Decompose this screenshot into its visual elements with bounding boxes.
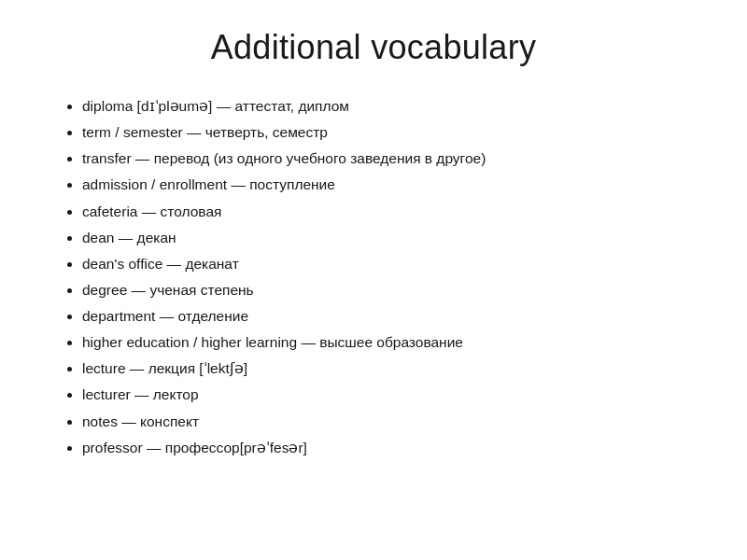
vocab-separator: — [143,440,165,455]
vocab-translation: ученая степень [149,282,253,298]
list-item: transfer — перевод (из одного учебного з… [82,146,691,171]
vocab-translation: аттестат, диплом [235,98,349,114]
vocab-separator: — [127,282,149,298]
vocab-separator: — [131,386,153,402]
vocab-translation: профессор[prəˈfesər] [165,440,307,455]
vocab-translation: высшее образование [319,334,463,350]
vocab-translation: отделение [178,308,249,324]
vocab-separator: — [126,360,148,376]
list-item: admission / enrollment — поступление [82,172,691,197]
vocab-translation: конспект [140,413,199,429]
vocab-term: lecture [82,360,126,376]
vocab-term: lecturer [82,386,131,402]
vocab-term: diploma [dɪˈpləumə] [82,98,212,114]
vocab-term: notes [82,413,118,429]
page-title: Additional vocabulary [211,28,537,67]
vocab-translation: декан [137,230,176,245]
vocab-translation: столовая [161,203,222,219]
vocab-separator: — [162,256,185,272]
list-item: department — отделение [82,303,691,329]
vocab-translation: лектор [153,386,199,402]
vocab-translation: поступление [249,176,335,192]
vocab-term: transfer [82,150,132,166]
vocab-separator: — [155,308,177,324]
list-item: cafeteria — столовая [82,199,691,224]
vocab-term: cafeteria [82,203,137,219]
vocab-term: degree [82,282,127,298]
vocab-translation: лекция [ˈlektʃə] [148,360,247,376]
vocab-separator: — [183,124,205,140]
vocab-translation: четверть, семестр [205,124,328,140]
vocab-separator: — [212,98,234,114]
vocab-separator: — [227,176,249,192]
list-item: degree — ученая степень [82,277,691,302]
vocab-term: department [82,308,155,324]
list-item: lecture — лекция [ˈlektʃə] [82,356,691,381]
list-item: dean — декан [82,225,691,250]
vocab-translation: перевод (из одного учебного заведения в … [154,150,486,166]
list-item: higher education / higher learning — выс… [82,329,691,355]
list-item: professor — профессор[prəˈfesər] [82,435,691,460]
list-item: lecturer — лектор [82,382,691,407]
vocabulary-list: diploma [dɪˈpləumə] — аттестат, дипломte… [56,93,691,461]
vocab-separator: — [297,334,319,350]
list-item: term / semester — четверть, семестр [82,119,691,145]
vocab-separator: — [137,203,160,219]
list-item: diploma [dɪˈpləumə] — аттестат, диплом [82,93,691,119]
vocab-separator: — [132,150,154,166]
vocab-term: admission / enrollment [82,176,227,192]
list-item: notes — конспект [82,409,691,434]
vocab-term: dean [82,230,114,245]
vocab-separator: — [114,230,136,245]
vocab-term: dean's office [82,256,162,272]
vocab-term: higher education / higher learning [82,334,297,350]
vocab-term: professor [82,440,143,455]
list-item: dean's office — деканат [82,251,691,276]
vocab-separator: — [118,413,140,429]
vocab-translation: деканат [185,256,238,272]
vocab-term: term / semester [82,124,183,140]
